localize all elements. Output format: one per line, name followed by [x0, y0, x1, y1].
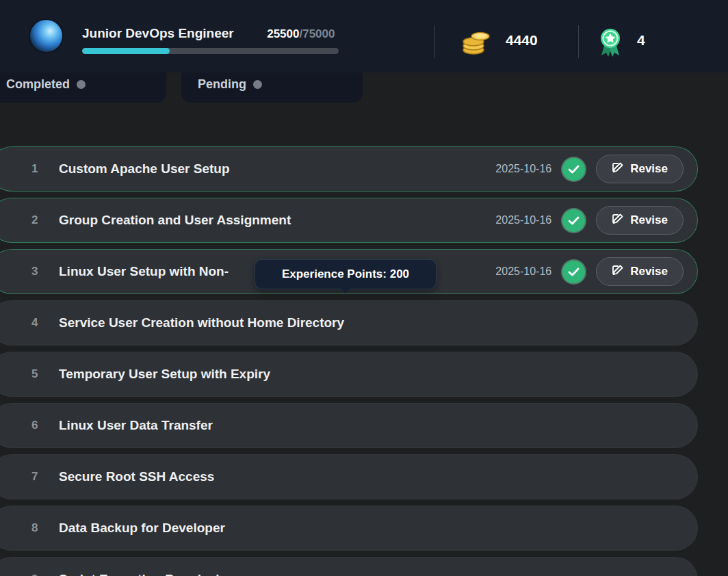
task-row[interactable]: 9 Script Execution Permission: [0, 557, 698, 576]
task-title: Group Creation and User Assignment: [59, 213, 291, 228]
task-row[interactable]: 2 Group Creation and User Assignment 202…: [0, 198, 698, 243]
task-title: Linux User Setup with Non-: [59, 264, 229, 279]
xp-tooltip-text: Experience Points: 200: [282, 267, 409, 281]
task-number: 6: [31, 419, 51, 432]
xp-current: 25500: [267, 27, 299, 40]
task-date: 2025-10-16: [495, 265, 551, 278]
task-list: 1 Custom Apache User Setup 2025-10-16 Re…: [0, 146, 698, 576]
task-date: 2025-10-16: [495, 214, 551, 226]
revise-label: Revise: [630, 265, 668, 278]
header-divider: [434, 25, 435, 58]
task-number: 3: [31, 265, 51, 278]
pending-dot-icon: [253, 80, 262, 89]
task-title: Custom Apache User Setup: [59, 161, 230, 176]
task-title: Service User Creation without Home Direc…: [59, 315, 344, 330]
task-number: 4: [31, 316, 51, 330]
task-title: Linux User Data Transfer: [59, 418, 213, 433]
task-number: 1: [31, 162, 51, 176]
task-row[interactable]: 8 Data Backup for Developer: [0, 506, 698, 551]
task-row[interactable]: 4 Service User Creation without Home Dir…: [0, 300, 698, 345]
xp-total: /75000: [299, 27, 335, 40]
header-divider: [578, 25, 579, 58]
tab-completed-label: Completed: [6, 77, 70, 92]
task-number: 7: [31, 470, 51, 484]
badges-count: 4: [637, 32, 645, 49]
edit-icon: [612, 213, 624, 228]
xp-tooltip: Experience Points: 200: [255, 259, 437, 289]
tab-pending-label: Pending: [198, 77, 246, 92]
check-circle-icon: [562, 158, 585, 181]
app-logo[interactable]: [30, 20, 62, 52]
task-number: 8: [31, 521, 51, 535]
task-title: Data Backup for Developer: [59, 521, 225, 536]
xp-counter: 25500/75000: [267, 27, 335, 40]
coins-icon: [461, 29, 491, 58]
check-circle-icon: [562, 209, 585, 232]
task-title: Secure Root SSH Access: [59, 469, 214, 484]
medal-icon: [596, 27, 625, 61]
revise-button[interactable]: Revise: [596, 155, 684, 183]
task-number: 5: [31, 367, 51, 381]
task-title: Script Execution Permission: [59, 572, 235, 576]
task-row[interactable]: 1 Custom Apache User Setup 2025-10-16 Re…: [0, 146, 698, 192]
xp-progress-fill: [82, 48, 170, 54]
task-row[interactable]: 6 Linux User Data Transfer: [0, 403, 698, 448]
page-title: Junior DevOps Engineer: [82, 26, 234, 41]
xp-progress-bar: [82, 48, 339, 54]
task-row[interactable]: 7 Secure Root SSH Access: [0, 454, 698, 499]
task-date: 2025-10-16: [495, 163, 551, 175]
revise-button[interactable]: Revise: [596, 206, 684, 235]
edit-icon: [612, 264, 624, 280]
check-circle-icon: [562, 261, 585, 283]
coins-count: 4440: [506, 32, 538, 49]
revise-label: Revise: [630, 213, 668, 227]
revise-label: Revise: [630, 162, 668, 176]
revise-button[interactable]: Revise: [596, 257, 684, 286]
task-title: Temporary User Setup with Expiry: [59, 367, 270, 382]
edit-icon: [612, 161, 624, 177]
top-bar: Junior DevOps Engineer 25500/75000 4440 …: [0, 0, 728, 73]
task-number: 9: [31, 573, 51, 576]
task-number: 2: [31, 213, 51, 227]
completed-dot-icon: [77, 80, 86, 89]
task-row[interactable]: 5 Temporary User Setup with Expiry: [0, 352, 698, 397]
